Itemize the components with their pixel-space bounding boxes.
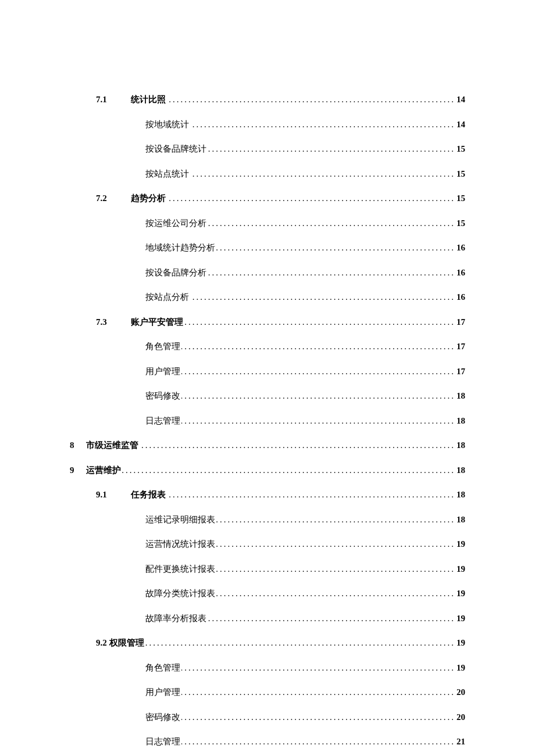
toc-entry-7-2-1: 按运维公司分析 15 — [70, 217, 465, 230]
toc-page: 18 — [456, 414, 465, 428]
toc-leader — [208, 142, 455, 156]
toc-leader — [208, 612, 455, 625]
toc-number: 7.3 — [96, 316, 131, 329]
toc-label: 权限管理 — [109, 636, 144, 650]
toc-leader — [140, 439, 455, 452]
toc-entry-9-1-5: 故障率分析报表 19 — [70, 612, 465, 625]
toc-leader — [145, 636, 455, 650]
toc-label: 按运维公司分析 — [145, 217, 206, 230]
toc-label: 趋势分析 — [131, 192, 166, 205]
toc-label: 故障分类统计报表 — [145, 587, 215, 600]
toc-page: 17 — [456, 365, 465, 378]
toc-entry-9-2: 9.2 权限管理 19 — [70, 636, 465, 650]
toc-entry-7-1-2: 按设备品牌统计 15 — [70, 142, 465, 156]
toc-number: 8 — [70, 439, 86, 452]
toc-page: 17 — [456, 340, 465, 353]
toc-label: 任务报表 — [131, 488, 166, 501]
toc-entry-9-2-1: 角色管理 19 — [70, 661, 465, 675]
toc-label: 运维记录明细报表 — [145, 513, 215, 526]
toc-page: 20 — [456, 686, 465, 699]
toc-entry-7-2: 7.2 趋势分析 15 — [70, 192, 465, 205]
toc-entry-9-1-2: 运营情况统计报表 19 — [70, 538, 465, 551]
toc-entry-9: 9 运营维护 18 — [70, 464, 465, 477]
toc-label: 按地域统计 — [145, 118, 189, 131]
toc-label: 按站点分析 — [145, 291, 189, 304]
toc-page: 18 — [456, 513, 465, 526]
toc-page: 18 — [456, 389, 465, 403]
toc-page: 20 — [456, 711, 465, 724]
toc-leader — [181, 735, 455, 748]
toc-number: 9 — [70, 464, 86, 477]
toc-entry-9-2-4: 日志管理 21 — [70, 735, 465, 748]
table-of-contents: 7.1 统计比照 14 按地域统计 14 按设备品牌统计 15 按站点统计 15… — [70, 93, 465, 748]
toc-leader — [216, 587, 455, 600]
toc-label: 日志管理 — [145, 414, 180, 428]
toc-label: 用户管理 — [145, 686, 180, 699]
toc-number: 7.1 — [96, 93, 131, 106]
toc-number: 9.1 — [96, 488, 131, 501]
toc-entry-9-2-2: 用户管理 20 — [70, 686, 465, 699]
toc-label: 用户管理 — [145, 365, 180, 378]
toc-leader — [181, 340, 455, 353]
toc-page: 15 — [456, 167, 465, 181]
toc-label: 角色管理 — [145, 661, 180, 675]
toc-page: 18 — [456, 464, 465, 477]
toc-label: 市级运维监管 — [86, 439, 138, 452]
toc-leader — [208, 217, 455, 230]
toc-number: 9.2 — [96, 636, 107, 650]
toc-leader — [122, 464, 455, 477]
toc-label: 地域统计趋势分析 — [145, 241, 215, 255]
toc-label: 按站点统计 — [145, 167, 189, 181]
toc-label: 配件更换统计报表 — [145, 562, 215, 576]
toc-page: 16 — [456, 241, 465, 255]
toc-page: 15 — [456, 217, 465, 230]
toc-label: 按设备品牌分析 — [145, 266, 206, 280]
toc-entry-9-2-3: 密码修改 20 — [70, 711, 465, 724]
toc-label: 运营情况统计报表 — [145, 538, 215, 551]
toc-entry-9-1-4: 故障分类统计报表 19 — [70, 587, 465, 600]
toc-entry-9-1-3: 配件更换统计报表 19 — [70, 562, 465, 576]
toc-label: 密码修改 — [145, 711, 180, 724]
toc-leader — [167, 488, 455, 501]
toc-page: 19 — [456, 562, 465, 576]
toc-page: 21 — [456, 735, 465, 748]
toc-leader — [190, 167, 455, 181]
toc-leader — [216, 562, 455, 576]
toc-page: 18 — [456, 488, 465, 501]
toc-entry-7-2-3: 按设备品牌分析 16 — [70, 266, 465, 280]
toc-page: 19 — [456, 612, 465, 625]
toc-page: 16 — [456, 291, 465, 304]
toc-entry-8: 8 市级运维监管 18 — [70, 439, 465, 452]
toc-page: 18 — [456, 439, 465, 452]
toc-leader — [181, 414, 455, 428]
toc-leader — [190, 118, 455, 131]
toc-label: 运营维护 — [86, 464, 121, 477]
toc-leader — [216, 538, 455, 551]
toc-entry-7-1: 7.1 统计比照 14 — [70, 93, 465, 106]
toc-number: 7.2 — [96, 192, 131, 205]
toc-leader — [181, 389, 455, 403]
toc-entry-7-3-3: 密码修改 18 — [70, 389, 465, 403]
toc-page: 19 — [456, 538, 465, 551]
toc-leader — [181, 365, 455, 378]
toc-leader — [167, 192, 455, 205]
toc-page: 16 — [456, 266, 465, 280]
toc-leader — [181, 711, 455, 724]
toc-leader — [216, 241, 455, 255]
toc-entry-7-1-3: 按站点统计 15 — [70, 167, 465, 181]
toc-page: 19 — [456, 587, 465, 600]
toc-page: 17 — [456, 316, 465, 329]
toc-leader — [181, 661, 455, 675]
toc-entry-9-1: 9.1 任务报表 18 — [70, 488, 465, 501]
toc-label: 密码修改 — [145, 389, 180, 403]
toc-leader — [216, 513, 455, 526]
toc-leader — [208, 266, 455, 280]
toc-leader — [167, 93, 455, 106]
toc-label: 日志管理 — [145, 735, 180, 748]
toc-label: 故障率分析报表 — [145, 612, 206, 625]
toc-label: 统计比照 — [131, 93, 166, 106]
toc-entry-7-1-1: 按地域统计 14 — [70, 118, 465, 131]
toc-page: 19 — [456, 661, 465, 675]
toc-entry-7-3-2: 用户管理 17 — [70, 365, 465, 378]
toc-entry-9-1-1: 运维记录明细报表 18 — [70, 513, 465, 526]
